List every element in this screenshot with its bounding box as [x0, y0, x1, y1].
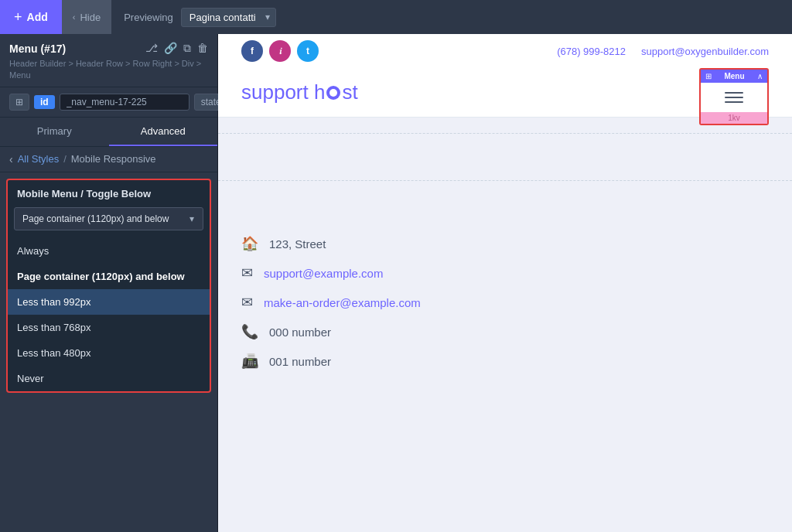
menu-widget[interactable]: ⊞ Menu ∧ 1kv	[699, 68, 769, 125]
grid-icon: ⊞	[705, 72, 712, 80]
add-label: Add	[27, 11, 48, 23]
home-icon: 🏠	[241, 235, 258, 252]
address-text: 123, Street	[269, 237, 326, 251]
mobile-dropdown-wrapper: Page container (1120px) and below	[8, 204, 210, 237]
site-header: f 𝑖 t (678) 999-8212 support@oxygenbuild…	[218, 34, 792, 118]
fax-item: 📠 001 number	[241, 353, 769, 370]
contact-info-topbar: (678) 999-8212 support@oxygenbuilder.com	[557, 46, 769, 57]
phone-text: 000 number	[269, 326, 331, 339]
view-toggle-button[interactable]: ⊞	[9, 94, 29, 111]
site-top-bar: f 𝑖 t (678) 999-8212 support@oxygenbuild…	[241, 34, 769, 68]
menu-widget-header: ⊞ Menu ∧	[701, 70, 767, 83]
email2-icon: ✉	[241, 294, 253, 311]
preview-inner: f 𝑖 t (678) 999-8212 support@oxygenbuild…	[218, 34, 792, 532]
mobile-toggle-select[interactable]: Page container (1120px) and below	[14, 207, 203, 230]
option-992[interactable]: Less than 992px	[8, 289, 210, 315]
phone-item: 📞 000 number	[241, 323, 769, 340]
site-nav: support h st ⊞ Menu ∧	[241, 68, 769, 117]
element-title-row: Menu (#17) ⎇ 🔗 ⧉ 🗑	[9, 42, 208, 55]
hide-button[interactable]: ‹ Hide	[62, 0, 111, 34]
previewing-area: Previewing Pagina contatti	[111, 8, 288, 27]
dropdown-options-list: Always Page container (1120px) and below…	[8, 238, 210, 391]
styles-back-button[interactable]: ‹	[9, 153, 13, 165]
plus-icon: +	[14, 9, 22, 26]
option-480[interactable]: Less than 480px	[8, 340, 210, 366]
option-1120[interactable]: Page container (1120px) and below	[8, 264, 210, 289]
mobile-menu-section: Mobile Menu / Toggle Below Page containe…	[6, 179, 211, 393]
fax-text: 001 number	[269, 355, 331, 368]
hamburger-line-3	[725, 101, 743, 103]
fax-icon: 📠	[241, 353, 258, 370]
id-badge: id	[34, 95, 55, 109]
mobile-menu-title: Mobile Menu / Toggle Below	[8, 180, 210, 204]
email-topbar: support@oxygenbuilder.com	[641, 46, 769, 57]
breadcrumb: Header Builder > Header Row > Row Right …	[9, 58, 208, 82]
delete-icon[interactable]: 🗑	[197, 42, 208, 55]
page-select[interactable]: Pagina contatti	[181, 8, 276, 27]
hamburger-line-1	[725, 92, 743, 94]
twitter-icon[interactable]: t	[297, 40, 319, 62]
site-logo: support h st	[241, 80, 358, 104]
hamburger-line-2	[725, 97, 743, 98]
address-item: 🏠 123, Street	[241, 235, 769, 252]
instagram-icon[interactable]: 𝑖	[269, 40, 291, 62]
email2-link[interactable]: make-an-order@example.com	[264, 296, 421, 309]
arrow-left-icon: ‹	[73, 12, 76, 22]
content-divider-1	[218, 133, 792, 134]
menu-widget-body	[701, 83, 767, 112]
logo-dot	[326, 86, 340, 100]
logo-inner	[329, 89, 337, 97]
page-select-wrapper[interactable]: Pagina contatti	[181, 8, 276, 27]
id-input[interactable]	[60, 94, 189, 111]
facebook-icon[interactable]: f	[241, 40, 263, 62]
main-layout: Menu (#17) ⎇ 🔗 ⧉ 🗑 Header Builder > Head…	[0, 34, 792, 532]
styles-current: Mobile Responsive	[71, 153, 156, 165]
phone-icon: 📞	[241, 323, 258, 340]
email2-item: ✉ make-an-order@example.com	[241, 294, 769, 311]
email1-link[interactable]: support@example.com	[264, 267, 383, 280]
all-styles-link[interactable]: All Styles	[18, 153, 59, 165]
option-always[interactable]: Always	[8, 238, 210, 264]
top-bar: + Add ‹ Hide Previewing Pagina contatti	[0, 0, 792, 34]
chevron-up-icon: ∧	[757, 72, 763, 80]
hide-label: Hide	[80, 12, 101, 23]
phone-topbar: (678) 999-8212	[557, 46, 626, 57]
social-icons: f 𝑖 t	[241, 40, 319, 62]
email1-item: ✉ support@example.com	[241, 264, 769, 281]
address-list: 🏠 123, Street ✉ support@example.com ✉ ma…	[241, 220, 769, 370]
link-icon[interactable]: 🔗	[164, 42, 177, 55]
styles-nav: ‹ All Styles / Mobile Responsive	[0, 147, 217, 172]
styles-separator: /	[63, 153, 67, 165]
copy-icon[interactable]: ⧉	[183, 42, 191, 55]
mobile-toggle-dropdown[interactable]: Page container (1120px) and below	[14, 207, 203, 230]
preview-area: f 𝑖 t (678) 999-8212 support@oxygenbuild…	[218, 34, 792, 532]
menu-widget-footer: 1kv	[701, 112, 767, 124]
share-icon[interactable]: ⎇	[145, 42, 158, 55]
menu-widget-label: Menu	[724, 72, 744, 80]
previewing-label: Previewing	[124, 12, 173, 23]
tabs: Primary Advanced	[0, 118, 217, 147]
content-divider-2	[218, 180, 792, 181]
id-bar: ⊞ id state	[0, 87, 217, 118]
element-actions: ⎇ 🔗 ⧉ 🗑	[145, 42, 208, 55]
email1-icon: ✉	[241, 264, 253, 281]
tab-advanced[interactable]: Advanced	[109, 118, 218, 146]
site-content: 🏠 123, Street ✉ support@example.com ✉ ma…	[218, 196, 792, 393]
add-button[interactable]: + Add	[0, 0, 62, 34]
option-768[interactable]: Less than 768px	[8, 315, 210, 340]
sidebar: Menu (#17) ⎇ 🔗 ⧉ 🗑 Header Builder > Head…	[0, 34, 218, 532]
tab-primary[interactable]: Primary	[0, 118, 109, 146]
breadcrumb-section: Menu (#17) ⎇ 🔗 ⧉ 🗑 Header Builder > Head…	[0, 34, 217, 87]
hamburger-icon	[725, 92, 743, 103]
option-never[interactable]: Never	[8, 366, 210, 391]
element-title: Menu (#17)	[9, 43, 66, 55]
